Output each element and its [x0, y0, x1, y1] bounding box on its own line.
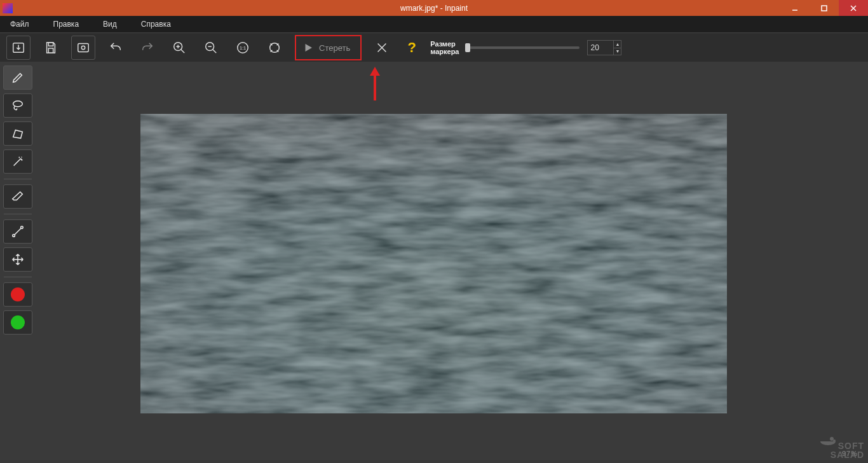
- zoom-actual-button[interactable]: 1:1: [231, 36, 254, 59]
- marker-size-input[interactable]: [588, 41, 613, 55]
- svg-line-10: [181, 50, 185, 53]
- svg-point-8: [81, 46, 85, 50]
- left-toolbar: [0, 62, 36, 463]
- erase-button[interactable]: Стереть: [295, 35, 362, 60]
- gallery-button[interactable]: [71, 36, 95, 60]
- marker-size-label: Размер маркера: [430, 40, 459, 55]
- svg-point-31: [833, 439, 836, 442]
- save-button[interactable]: [39, 36, 62, 59]
- separator: [4, 214, 32, 214]
- window-buttons: [780, 0, 868, 16]
- svg-rect-5: [48, 43, 53, 46]
- svg-rect-1: [822, 6, 827, 11]
- redo-button[interactable]: [136, 36, 159, 59]
- play-icon: [302, 42, 314, 53]
- menubar: Файл Правка Вид Справка: [0, 16, 868, 32]
- tool-lasso[interactable]: [3, 93, 32, 118]
- svg-line-24: [15, 228, 21, 235]
- spin-up[interactable]: ▲: [613, 41, 621, 48]
- tool-line[interactable]: [3, 219, 32, 244]
- svg-text:1:1: 1:1: [240, 45, 246, 51]
- minimize-button[interactable]: [780, 0, 810, 16]
- tool-eraser[interactable]: [3, 184, 32, 209]
- workspace: SOFT SALAD 97%: [0, 62, 868, 463]
- close-button[interactable]: [839, 0, 868, 16]
- svg-point-23: [21, 226, 24, 229]
- watermark: SOFT SALAD 97%: [819, 436, 864, 459]
- app-icon: [3, 3, 13, 13]
- zoom-out-button[interactable]: [200, 36, 222, 59]
- svg-point-22: [13, 235, 15, 237]
- window-titlebar: wmark.jpg* - Inpaint: [0, 0, 868, 16]
- tool-polygon[interactable]: [3, 121, 32, 146]
- slider-thumb[interactable]: [465, 43, 470, 52]
- zoom-fit-button[interactable]: [263, 36, 286, 59]
- help-icon[interactable]: ?: [402, 39, 421, 56]
- svg-marker-29: [370, 67, 380, 76]
- svg-point-30: [830, 437, 834, 441]
- canvas-image[interactable]: [140, 114, 727, 413]
- annotation-arrow-icon: [367, 66, 383, 104]
- zoom-in-button[interactable]: [168, 36, 191, 59]
- tool-magic-wand[interactable]: [3, 149, 32, 174]
- spin-down[interactable]: ▼: [613, 48, 621, 55]
- color-red[interactable]: [3, 282, 32, 307]
- separator: [4, 277, 32, 277]
- menu-help[interactable]: Справка: [135, 17, 189, 31]
- svg-rect-7: [78, 44, 89, 52]
- svg-rect-6: [48, 48, 53, 53]
- menu-view[interactable]: Вид: [97, 17, 135, 31]
- svg-rect-27: [140, 114, 727, 413]
- window-title: wmark.jpg* - Inpaint: [0, 4, 868, 13]
- marker-size-slider[interactable]: [465, 46, 580, 49]
- zoom-percent: 97%: [842, 449, 858, 458]
- canvas-area[interactable]: [36, 62, 868, 463]
- svg-line-14: [213, 50, 217, 53]
- erase-label: Стереть: [319, 43, 350, 53]
- open-button[interactable]: [6, 36, 31, 60]
- menu-edit[interactable]: Правка: [47, 17, 97, 31]
- cancel-button[interactable]: [370, 36, 393, 59]
- tool-move[interactable]: [3, 247, 32, 272]
- separator: [4, 179, 32, 179]
- tool-marker[interactable]: [3, 66, 32, 90]
- menu-file[interactable]: Файл: [4, 17, 47, 31]
- marker-size-spin[interactable]: ▲ ▼: [587, 40, 621, 55]
- toolbar: 1:1 Стереть ? Размер маркера ▲ ▼: [0, 32, 868, 63]
- undo-button[interactable]: [104, 36, 127, 59]
- maximize-button[interactable]: [810, 0, 839, 16]
- color-green[interactable]: [3, 310, 32, 335]
